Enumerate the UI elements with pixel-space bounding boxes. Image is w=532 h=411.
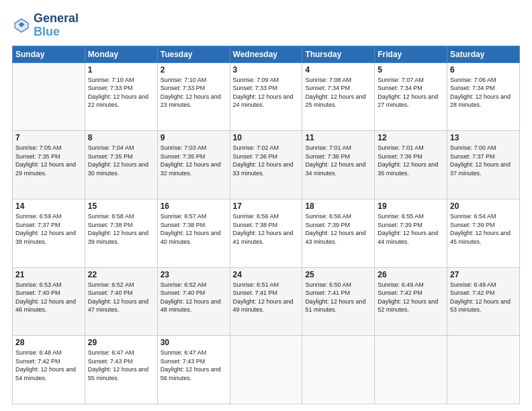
header: General Blue bbox=[12, 12, 520, 39]
day-number: 24 bbox=[233, 270, 300, 279]
day-detail: Sunrise: 7:02 AMSunset: 7:36 PMDaylight:… bbox=[233, 144, 300, 177]
day-number: 16 bbox=[161, 201, 227, 211]
calendar-cell: 12Sunrise: 7:01 AMSunset: 7:36 PMDayligh… bbox=[375, 131, 447, 199]
day-number: 12 bbox=[378, 133, 444, 142]
day-number: 17 bbox=[233, 201, 300, 211]
calendar-cell: 30Sunrise: 6:47 AMSunset: 7:43 PMDayligh… bbox=[157, 336, 230, 404]
weekday-header: Monday bbox=[85, 46, 157, 62]
day-number: 28 bbox=[15, 338, 82, 347]
day-number: 19 bbox=[378, 201, 444, 211]
calendar-cell: 19Sunrise: 6:55 AMSunset: 7:39 PMDayligh… bbox=[375, 199, 447, 267]
day-detail: Sunrise: 6:56 AMSunset: 7:38 PMDaylight:… bbox=[233, 212, 300, 246]
calendar-cell: 7Sunrise: 7:05 AMSunset: 7:35 PMDaylight… bbox=[13, 131, 85, 199]
day-detail: Sunrise: 7:01 AMSunset: 7:36 PMDaylight:… bbox=[378, 144, 444, 177]
calendar-cell: 29Sunrise: 6:47 AMSunset: 7:43 PMDayligh… bbox=[85, 336, 157, 404]
logo-text: General Blue bbox=[34, 12, 79, 39]
calendar-cell: 16Sunrise: 6:57 AMSunset: 7:38 PMDayligh… bbox=[157, 199, 230, 267]
day-detail: Sunrise: 6:55 AMSunset: 7:39 PMDaylight:… bbox=[378, 212, 444, 246]
calendar-cell: 3Sunrise: 7:09 AMSunset: 7:33 PMDaylight… bbox=[230, 62, 302, 131]
calendar-cell: 2Sunrise: 7:10 AMSunset: 7:33 PMDaylight… bbox=[157, 62, 230, 131]
day-detail: Sunrise: 6:57 AMSunset: 7:38 PMDaylight:… bbox=[161, 212, 227, 246]
calendar-cell bbox=[447, 336, 520, 404]
calendar-cell: 20Sunrise: 6:54 AMSunset: 7:39 PMDayligh… bbox=[447, 199, 520, 267]
day-detail: Sunrise: 6:52 AMSunset: 7:40 PMDaylight:… bbox=[88, 281, 154, 314]
calendar-cell: 11Sunrise: 7:01 AMSunset: 7:36 PMDayligh… bbox=[302, 131, 375, 199]
calendar-cell: 23Sunrise: 6:52 AMSunset: 7:40 PMDayligh… bbox=[157, 267, 230, 336]
day-detail: Sunrise: 7:04 AMSunset: 7:35 PMDaylight:… bbox=[88, 144, 154, 177]
day-number: 8 bbox=[88, 133, 154, 142]
calendar-cell bbox=[230, 336, 302, 404]
calendar-cell: 27Sunrise: 6:49 AMSunset: 7:42 PMDayligh… bbox=[447, 267, 520, 336]
calendar-cell: 8Sunrise: 7:04 AMSunset: 7:35 PMDaylight… bbox=[85, 131, 157, 199]
calendar-cell: 17Sunrise: 6:56 AMSunset: 7:38 PMDayligh… bbox=[230, 199, 302, 267]
day-number: 20 bbox=[450, 201, 517, 211]
calendar-cell bbox=[375, 336, 447, 404]
day-number: 7 bbox=[15, 133, 82, 142]
day-detail: Sunrise: 6:58 AMSunset: 7:38 PMDaylight:… bbox=[88, 212, 154, 246]
calendar-cell: 22Sunrise: 6:52 AMSunset: 7:40 PMDayligh… bbox=[85, 267, 157, 336]
day-detail: Sunrise: 7:07 AMSunset: 7:34 PMDaylight:… bbox=[378, 76, 444, 109]
day-detail: Sunrise: 7:10 AMSunset: 7:33 PMDaylight:… bbox=[161, 76, 227, 109]
calendar-cell: 28Sunrise: 6:48 AMSunset: 7:42 PMDayligh… bbox=[13, 336, 85, 404]
day-detail: Sunrise: 7:09 AMSunset: 7:33 PMDaylight:… bbox=[233, 76, 300, 109]
day-number: 18 bbox=[305, 201, 371, 211]
calendar-cell: 13Sunrise: 7:00 AMSunset: 7:37 PMDayligh… bbox=[447, 131, 520, 199]
day-number: 4 bbox=[305, 65, 371, 75]
day-detail: Sunrise: 6:50 AMSunset: 7:41 PMDaylight:… bbox=[305, 281, 371, 314]
day-detail: Sunrise: 6:59 AMSunset: 7:37 PMDaylight:… bbox=[15, 212, 82, 246]
calendar-cell: 1Sunrise: 7:10 AMSunset: 7:33 PMDaylight… bbox=[85, 62, 157, 131]
day-number: 11 bbox=[305, 133, 371, 142]
day-number: 22 bbox=[88, 270, 154, 279]
day-number: 10 bbox=[233, 133, 300, 142]
calendar-cell: 5Sunrise: 7:07 AMSunset: 7:34 PMDaylight… bbox=[375, 62, 447, 131]
day-number: 2 bbox=[161, 65, 227, 75]
day-number: 25 bbox=[305, 270, 371, 279]
day-number: 1 bbox=[88, 65, 154, 75]
calendar-table: SundayMondayTuesdayWednesdayThursdayFrid… bbox=[12, 46, 520, 404]
day-detail: Sunrise: 6:49 AMSunset: 7:42 PMDaylight:… bbox=[450, 281, 517, 314]
calendar-cell: 10Sunrise: 7:02 AMSunset: 7:36 PMDayligh… bbox=[230, 131, 302, 199]
calendar-cell: 4Sunrise: 7:08 AMSunset: 7:34 PMDaylight… bbox=[302, 62, 375, 131]
logo-icon bbox=[12, 16, 31, 35]
day-detail: Sunrise: 6:54 AMSunset: 7:39 PMDaylight:… bbox=[450, 212, 517, 246]
day-number: 21 bbox=[15, 270, 82, 279]
page: General Blue SundayMondayTuesdayWednesda… bbox=[0, 0, 532, 411]
day-detail: Sunrise: 7:05 AMSunset: 7:35 PMDaylight:… bbox=[15, 144, 82, 177]
day-number: 13 bbox=[450, 133, 517, 142]
day-number: 14 bbox=[15, 201, 82, 211]
day-detail: Sunrise: 6:47 AMSunset: 7:43 PMDaylight:… bbox=[161, 349, 227, 382]
day-detail: Sunrise: 7:00 AMSunset: 7:37 PMDaylight:… bbox=[450, 144, 517, 177]
day-detail: Sunrise: 7:06 AMSunset: 7:34 PMDaylight:… bbox=[450, 76, 517, 109]
day-detail: Sunrise: 7:08 AMSunset: 7:34 PMDaylight:… bbox=[305, 76, 371, 109]
day-detail: Sunrise: 7:10 AMSunset: 7:33 PMDaylight:… bbox=[88, 76, 154, 109]
day-detail: Sunrise: 6:51 AMSunset: 7:41 PMDaylight:… bbox=[233, 281, 300, 314]
day-detail: Sunrise: 7:03 AMSunset: 7:35 PMDaylight:… bbox=[161, 144, 227, 177]
logo: General Blue bbox=[12, 12, 79, 39]
calendar-cell: 6Sunrise: 7:06 AMSunset: 7:34 PMDaylight… bbox=[447, 62, 520, 131]
calendar-cell: 18Sunrise: 6:56 AMSunset: 7:39 PMDayligh… bbox=[302, 199, 375, 267]
day-number: 9 bbox=[161, 133, 227, 142]
calendar-cell: 21Sunrise: 6:53 AMSunset: 7:40 PMDayligh… bbox=[13, 267, 85, 336]
calendar-cell: 14Sunrise: 6:59 AMSunset: 7:37 PMDayligh… bbox=[13, 199, 85, 267]
day-number: 5 bbox=[378, 65, 444, 75]
day-number: 27 bbox=[450, 270, 517, 279]
day-number: 15 bbox=[88, 201, 154, 211]
day-number: 29 bbox=[88, 338, 154, 347]
calendar-cell: 15Sunrise: 6:58 AMSunset: 7:38 PMDayligh… bbox=[85, 199, 157, 267]
day-detail: Sunrise: 6:53 AMSunset: 7:40 PMDaylight:… bbox=[15, 281, 82, 314]
weekday-header: Tuesday bbox=[157, 46, 230, 62]
day-number: 23 bbox=[161, 270, 227, 279]
day-detail: Sunrise: 6:48 AMSunset: 7:42 PMDaylight:… bbox=[15, 349, 82, 382]
day-detail: Sunrise: 6:56 AMSunset: 7:39 PMDaylight:… bbox=[305, 212, 371, 246]
weekday-header: Sunday bbox=[13, 46, 85, 62]
calendar-cell: 26Sunrise: 6:49 AMSunset: 7:42 PMDayligh… bbox=[375, 267, 447, 336]
day-number: 30 bbox=[161, 338, 227, 347]
calendar-cell bbox=[302, 336, 375, 404]
weekday-header: Wednesday bbox=[230, 46, 302, 62]
weekday-header: Thursday bbox=[302, 46, 375, 62]
day-detail: Sunrise: 7:01 AMSunset: 7:36 PMDaylight:… bbox=[305, 144, 371, 177]
calendar-cell: 24Sunrise: 6:51 AMSunset: 7:41 PMDayligh… bbox=[230, 267, 302, 336]
calendar-cell: 25Sunrise: 6:50 AMSunset: 7:41 PMDayligh… bbox=[302, 267, 375, 336]
weekday-header: Friday bbox=[375, 46, 447, 62]
day-number: 3 bbox=[233, 65, 300, 75]
